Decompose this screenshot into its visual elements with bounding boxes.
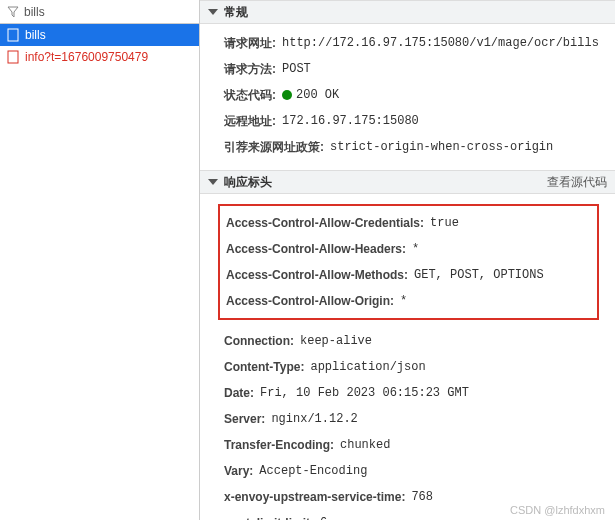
kv-val: chunked <box>340 436 390 454</box>
kv-val: 172.16.97.175:15080 <box>282 112 419 130</box>
kv-key: Content-Type: <box>224 358 304 376</box>
kv-val: 6 <box>320 514 327 520</box>
section-general-body: 请求网址: http://172.16.97.175:15080/v1/mage… <box>200 24 615 170</box>
request-item-label: bills <box>25 28 46 42</box>
section-title: 常规 <box>224 4 248 21</box>
kv-key: 请求方法: <box>224 60 276 78</box>
kv-key: Access-Control-Allow-Headers: <box>226 240 406 258</box>
kv-row: Connection:keep-alive <box>224 328 599 354</box>
filter-bar[interactable]: bills <box>0 0 199 24</box>
svg-rect-0 <box>8 29 18 41</box>
kv-key: 请求网址: <box>224 34 276 52</box>
request-item-bills[interactable]: bills <box>0 24 199 46</box>
section-response-header[interactable]: 响应标头 查看源代码 <box>200 170 615 194</box>
kv-row: Vary:Accept-Encoding <box>224 458 599 484</box>
file-icon <box>6 50 20 64</box>
view-source-link[interactable]: 查看源代码 <box>547 174 607 191</box>
kv-row: 状态代码: 200 OK <box>224 82 599 108</box>
kv-key: Date: <box>224 384 254 402</box>
kv-row: Server:nginx/1.12.2 <box>224 406 599 432</box>
kv-row: Access-Control-Allow-Origin:* <box>226 288 591 314</box>
request-list: bills info?t=1676009750479 <box>0 24 199 520</box>
kv-val: 768 <box>411 488 433 506</box>
kv-key: Access-Control-Allow-Origin: <box>226 292 394 310</box>
kv-val: Accept-Encoding <box>259 462 367 480</box>
kv-key: x-envoy-upstream-service-time: <box>224 488 405 506</box>
kv-key: Vary: <box>224 462 253 480</box>
kv-row: 请求方法: POST <box>224 56 599 82</box>
triangle-icon <box>208 179 218 185</box>
kv-val: nginx/1.12.2 <box>271 410 357 428</box>
kv-key: Connection: <box>224 332 294 350</box>
kv-row: Access-Control-Allow-Methods:GET, POST, … <box>226 262 591 288</box>
kv-val: 200 OK <box>282 86 339 104</box>
kv-key: Access-Control-Allow-Methods: <box>226 266 408 284</box>
kv-key: Access-Control-Allow-Credentials: <box>226 214 424 232</box>
kv-row: 请求网址: http://172.16.97.175:15080/v1/mage… <box>224 30 599 56</box>
kv-row: Transfer-Encoding:chunked <box>224 432 599 458</box>
section-general-header[interactable]: 常规 <box>200 0 615 24</box>
kv-val: http://172.16.97.175:15080/v1/mage/ocr/b… <box>282 34 599 52</box>
kv-val: * <box>400 292 407 310</box>
headers-panel: 常规 请求网址: http://172.16.97.175:15080/v1/m… <box>200 0 615 520</box>
kv-val: keep-alive <box>300 332 372 350</box>
kv-val: application/json <box>310 358 425 376</box>
kv-row: x-ratelimit-limit:6 <box>224 510 599 520</box>
request-item-label: info?t=1676009750479 <box>25 50 148 64</box>
kv-key: 远程地址: <box>224 112 276 130</box>
kv-row: 远程地址: 172.16.97.175:15080 <box>224 108 599 134</box>
kv-row: 引荐来源网址政策: strict-origin-when-cross-origi… <box>224 134 599 160</box>
svg-rect-1 <box>8 51 18 63</box>
kv-val: Fri, 10 Feb 2023 06:15:23 GMT <box>260 384 469 402</box>
section-response-body: Access-Control-Allow-Credentials:true Ac… <box>200 194 615 520</box>
kv-row: Access-Control-Allow-Credentials:true <box>226 210 591 236</box>
kv-val: * <box>412 240 419 258</box>
kv-row: Access-Control-Allow-Headers:* <box>226 236 591 262</box>
kv-key: 状态代码: <box>224 86 276 104</box>
kv-key: x-ratelimit-limit: <box>224 514 314 520</box>
highlighted-headers: Access-Control-Allow-Credentials:true Ac… <box>218 204 599 320</box>
kv-val: GET, POST, OPTIONS <box>414 266 544 284</box>
filter-icon <box>6 5 20 19</box>
triangle-icon <box>208 9 218 15</box>
kv-val: POST <box>282 60 311 78</box>
kv-key: Transfer-Encoding: <box>224 436 334 454</box>
kv-val: strict-origin-when-cross-origin <box>330 138 553 156</box>
kv-key: 引荐来源网址政策: <box>224 138 324 156</box>
kv-row: x-envoy-upstream-service-time:768 <box>224 484 599 510</box>
kv-row: Date:Fri, 10 Feb 2023 06:15:23 GMT <box>224 380 599 406</box>
section-title: 响应标头 <box>224 174 272 191</box>
kv-key: Server: <box>224 410 265 428</box>
filter-text: bills <box>24 5 45 19</box>
status-dot-icon <box>282 90 292 100</box>
file-icon <box>6 28 20 42</box>
kv-val: true <box>430 214 459 232</box>
request-item-info[interactable]: info?t=1676009750479 <box>0 46 199 68</box>
network-sidebar: bills bills info?t=1676009750479 <box>0 0 200 520</box>
kv-row: Content-Type:application/json <box>224 354 599 380</box>
